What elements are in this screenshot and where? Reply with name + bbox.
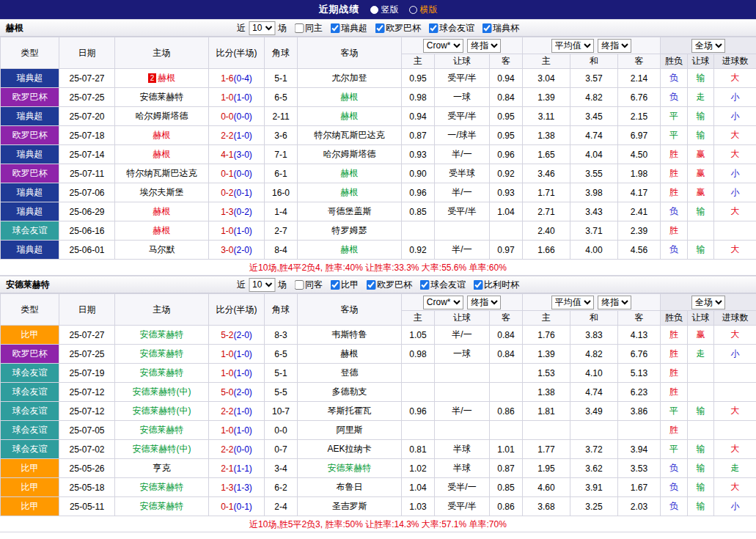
league-type-cell[interactable]: 比甲 [1, 459, 59, 478]
away-team-cell[interactable]: 赫根 [298, 345, 402, 364]
score-cell[interactable]: 1-0(1-0) [209, 88, 265, 107]
score-cell[interactable]: 1-6(0-4) [209, 69, 265, 88]
league-type-cell[interactable]: 球会友谊 [1, 364, 59, 383]
away-team-cell[interactable]: 安德莱赫特 [298, 459, 402, 478]
away-team-cell[interactable]: 赫根 [298, 183, 402, 202]
league-type-cell[interactable]: 瑞典超 [1, 241, 59, 260]
average-odds-select[interactable]: 平均值 [551, 296, 594, 309]
odds-company-select[interactable]: Crow* [423, 39, 463, 53]
score-cell[interactable]: 2-2(0-0) [209, 440, 265, 459]
league-filter-checkbox[interactable] [482, 23, 491, 33]
home-team-cell[interactable]: 赫根 [115, 145, 209, 164]
away-team-cell[interactable]: 哥德堡盖斯 [298, 202, 402, 221]
league-type-cell[interactable]: 比甲 [1, 497, 59, 516]
away-team-cell[interactable]: 布鲁日 [298, 478, 402, 497]
final-odds-select-2[interactable]: 终指 [598, 39, 631, 53]
score-cell[interactable]: 0-1(0-0) [209, 164, 265, 183]
away-team-cell[interactable]: 多德勒支 [298, 383, 402, 402]
score-cell[interactable]: 3-0(2-0) [209, 241, 265, 260]
score-cell[interactable]: 0-1(0-1) [209, 497, 265, 516]
league-type-cell[interactable]: 比甲 [1, 478, 59, 497]
league-filter-checkbox[interactable] [428, 23, 438, 33]
recent-count-select[interactable]: 10 [249, 278, 275, 292]
league-type-cell[interactable]: 瑞典超 [1, 69, 59, 88]
final-odds-select-2[interactable]: 终指 [598, 296, 631, 309]
league-filter[interactable]: 欧罗巴杯 [370, 22, 421, 34]
away-team-cell[interactable]: 登德 [298, 364, 402, 383]
league-filter-checkbox[interactable] [473, 280, 482, 290]
away-team-cell[interactable]: 赫根 [298, 107, 402, 126]
away-team-cell[interactable]: 赫根 [298, 164, 402, 183]
same-venue-filter[interactable]: 同客 [290, 279, 323, 291]
away-team-cell[interactable]: 尤尔加登 [298, 69, 402, 88]
away-team-cell[interactable]: 特尔纳瓦斯巴达克 [298, 126, 402, 145]
league-type-cell[interactable]: 欧罗巴杯 [1, 126, 59, 145]
home-team-cell[interactable]: 2赫根 [115, 69, 209, 88]
league-filter-checkbox[interactable] [375, 23, 384, 33]
league-type-cell[interactable]: 欧罗巴杯 [1, 164, 59, 183]
league-type-cell[interactable]: 球会友谊 [1, 383, 59, 402]
away-team-cell[interactable]: 琴斯托霍瓦 [298, 402, 402, 421]
home-team-cell[interactable]: 安德莱赫特 [115, 345, 209, 364]
score-cell[interactable]: 2-2(1-0) [209, 402, 265, 421]
recent-count-select[interactable]: 10 [249, 21, 275, 35]
league-filter[interactable]: 瑞典超 [326, 22, 367, 34]
score-cell[interactable]: 1-0(1-0) [209, 421, 265, 440]
away-team-cell[interactable]: 圣吉罗斯 [298, 497, 402, 516]
league-type-cell[interactable]: 瑞典超 [1, 107, 59, 126]
score-cell[interactable]: 1-0(1-0) [209, 221, 265, 241]
home-team-cell[interactable]: 安德莱赫特 [115, 364, 209, 383]
away-team-cell[interactable]: 特罗姆瑟 [298, 221, 402, 241]
home-team-cell[interactable]: 赫根 [115, 126, 209, 145]
league-filter-checkbox[interactable] [366, 280, 375, 290]
home-team-cell[interactable]: 安德莱赫特(中) [115, 440, 209, 459]
home-team-cell[interactable]: 埃尔夫斯堡 [115, 183, 209, 202]
same-venue-filter[interactable]: 同主 [290, 22, 323, 34]
average-odds-select[interactable]: 平均值 [551, 39, 594, 53]
league-type-cell[interactable]: 球会友谊 [1, 402, 59, 421]
home-team-cell[interactable]: 安德莱赫特(中) [115, 383, 209, 402]
league-filter-checkbox[interactable] [330, 280, 340, 290]
layout-option-horizontal[interactable]: 横版 [409, 4, 438, 16]
score-cell[interactable]: 4-1(3-0) [209, 145, 265, 164]
home-team-cell[interactable]: 赫根 [115, 221, 209, 241]
score-cell[interactable]: 0-2(0-1) [209, 183, 265, 202]
league-filter[interactable]: 球会友谊 [424, 22, 474, 34]
away-team-cell[interactable]: 阿里斯 [298, 421, 402, 440]
score-cell[interactable]: 1-3(1-3) [209, 478, 265, 497]
layout-option-vertical[interactable]: 竖版 [370, 4, 399, 16]
away-team-cell[interactable]: 哈尔姆斯塔德 [298, 145, 402, 164]
league-type-cell[interactable]: 球会友谊 [1, 221, 59, 241]
league-type-cell[interactable]: 瑞典超 [1, 202, 59, 221]
score-cell[interactable]: 1-0(1-0) [209, 345, 265, 364]
home-team-cell[interactable]: 安德莱赫特 [115, 478, 209, 497]
full-match-select[interactable]: 全场 [691, 296, 725, 309]
league-filter[interactable]: 球会友谊 [415, 279, 466, 291]
home-team-cell[interactable]: 安德莱赫特(中) [115, 402, 209, 421]
score-cell[interactable]: 2-2(1-0) [209, 126, 265, 145]
league-filter[interactable]: 比甲 [326, 279, 359, 291]
league-type-cell[interactable]: 球会友谊 [1, 421, 59, 440]
home-team-cell[interactable]: 安德莱赫特 [115, 88, 209, 107]
league-type-cell[interactable]: 比甲 [1, 326, 59, 345]
final-odds-select[interactable]: 终指 [467, 39, 501, 53]
league-type-cell[interactable]: 球会友谊 [1, 440, 59, 459]
score-cell[interactable]: 5-2(2-0) [209, 326, 265, 345]
same-venue-checkbox[interactable] [294, 280, 304, 290]
league-type-cell[interactable]: 欧罗巴杯 [1, 345, 59, 364]
home-team-cell[interactable]: 特尔纳瓦斯巴达克 [115, 164, 209, 183]
odds-company-select[interactable]: Crow* [423, 296, 463, 309]
score-cell[interactable]: 2-1(1-1) [209, 459, 265, 478]
home-team-cell[interactable]: 马尔默 [115, 241, 209, 260]
final-odds-select[interactable]: 终指 [467, 296, 501, 309]
home-team-cell[interactable]: 亨克 [115, 459, 209, 478]
league-filter[interactable]: 瑞典杯 [477, 22, 519, 34]
home-team-cell[interactable]: 安德莱赫特 [115, 497, 209, 516]
league-filter-checkbox[interactable] [330, 23, 340, 33]
away-team-cell[interactable]: 韦斯特鲁 [298, 326, 402, 345]
league-type-cell[interactable]: 瑞典超 [1, 183, 59, 202]
score-cell[interactable]: 0-0(0-0) [209, 107, 265, 126]
league-type-cell[interactable]: 瑞典超 [1, 145, 59, 164]
home-team-cell[interactable]: 赫根 [115, 202, 209, 221]
league-filter[interactable]: 比利时杯 [469, 279, 519, 291]
